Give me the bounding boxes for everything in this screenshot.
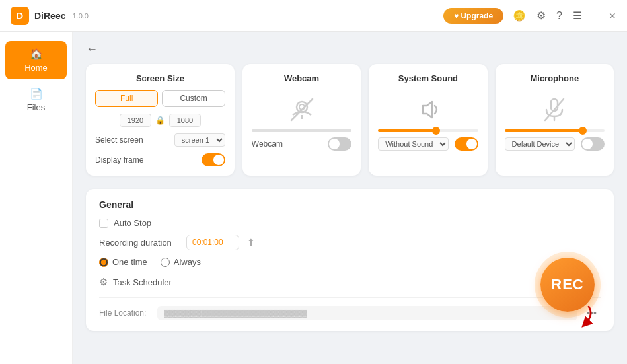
back-button[interactable]: ← (86, 42, 98, 56)
webcam-icon-area (252, 90, 351, 129)
device-select[interactable]: Default Device (505, 137, 575, 151)
sidebar-item-files[interactable]: 📄 Files (5, 81, 67, 119)
app-name: DiReec (34, 11, 65, 21)
webcam-icon (287, 95, 316, 124)
app-version: 1.0.0 (72, 12, 88, 20)
file-location-label: File Location: (99, 309, 152, 318)
webcam-bottom: Webcam (252, 137, 351, 151)
file-location-row: File Location: ▓▓▓▓▓▓▓▓▓▓▓▓▓▓▓▓▓▓▓▓▓▓▓▓▓… (99, 297, 601, 320)
gear-icon: ⚙ (99, 276, 108, 288)
screen-size-card: Screen Size Full Custom 🔒 Select screen … (86, 64, 235, 176)
display-frame-row: Display frame (95, 153, 225, 166)
sound-slider-row (378, 129, 478, 132)
titlebar-actions: ♥ Upgrade 🪙 ⚙ ? ☰ — ✕ (443, 8, 616, 24)
home-icon: 🏠 (30, 48, 43, 60)
system-sound-card: System Sound Without Sound (369, 64, 487, 176)
autostop-checkbox[interactable] (99, 219, 108, 228)
sound-slider[interactable] (378, 129, 478, 132)
titlebar: D DiReec 1.0.0 ♥ Upgrade 🪙 ⚙ ? ☰ — ✕ (0, 0, 627, 32)
mic-slider[interactable] (505, 129, 605, 132)
sound-bottom: Without Sound (378, 137, 478, 151)
sound-icon-area (378, 90, 478, 129)
select-screen-label: Select screen (95, 135, 143, 145)
one-time-label: One time (112, 257, 147, 267)
close-button[interactable]: ✕ (609, 11, 616, 21)
webcam-label: Webcam (252, 139, 283, 149)
display-frame-label: Display frame (95, 155, 143, 164)
task-scheduler-label: Task Scheduler (113, 277, 172, 287)
general-section: General Auto Stop Recording duration ⬆ O… (86, 189, 614, 331)
repeat-row: One time Always (99, 257, 601, 267)
autostop-row: Auto Stop (99, 218, 601, 228)
cards-row: Screen Size Full Custom 🔒 Select screen … (86, 64, 614, 176)
files-icon: 📄 (30, 87, 43, 100)
microphone-icon (540, 95, 569, 124)
help-icon[interactable]: ? (555, 9, 564, 23)
mic-slider-row (505, 129, 605, 132)
microphone-title: Microphone (505, 73, 605, 83)
main-layout: 🏠 Home 📄 Files ← Screen Size Full Custom… (0, 32, 627, 364)
autostop-label: Auto Stop (114, 218, 151, 228)
sidebar-item-home[interactable]: 🏠 Home (5, 41, 67, 79)
general-title: General (99, 200, 601, 210)
menu-icon[interactable]: ☰ (572, 8, 583, 23)
webcam-toggle[interactable] (328, 137, 351, 151)
lock-icon: 🔒 (155, 116, 165, 125)
rec-area: REC (535, 252, 601, 318)
always-radio-group: Always (161, 257, 201, 267)
microphone-card: Microphone Default Devi (496, 64, 614, 176)
settings-circle-icon[interactable]: ⚙ (535, 8, 547, 23)
one-time-radio[interactable] (99, 258, 108, 267)
content-area: ← Screen Size Full Custom 🔒 Select scree… (73, 32, 627, 364)
sidebar-label-home: Home (24, 63, 48, 73)
screen-select[interactable]: screen 1 (174, 133, 225, 147)
display-frame-toggle[interactable] (202, 153, 225, 166)
without-sound-select[interactable]: Without Sound (378, 137, 449, 151)
task-scheduler-row[interactable]: ⚙ Task Scheduler (99, 276, 601, 288)
minimize-button[interactable]: — (591, 11, 601, 21)
one-time-radio-group: One time (99, 257, 147, 267)
always-radio[interactable] (161, 258, 170, 267)
custom-button[interactable]: Custom (162, 90, 225, 107)
app-logo: D DiReec 1.0.0 (11, 7, 89, 25)
arrow-indicator (568, 300, 597, 330)
mic-bottom: Default Device (505, 137, 605, 151)
upgrade-button[interactable]: ♥ Upgrade (443, 8, 503, 24)
width-input[interactable] (120, 114, 151, 127)
app-icon: D (11, 7, 29, 25)
full-button[interactable]: Full (95, 90, 158, 107)
resolution-row: 🔒 (95, 114, 225, 127)
webcam-slider[interactable] (252, 129, 351, 132)
system-sound-toggle[interactable] (455, 137, 478, 151)
system-sound-title: System Sound (378, 73, 478, 83)
size-buttons: Full Custom (95, 90, 225, 107)
webcam-card: Webcam Webcam (242, 64, 361, 176)
sound-icon (414, 95, 443, 124)
select-screen-row: Select screen screen 1 (95, 133, 225, 147)
duration-spinner[interactable]: ⬆ (247, 237, 255, 248)
coin-icon[interactable]: 🪙 (511, 8, 527, 23)
microphone-toggle[interactable] (581, 137, 605, 151)
sidebar-label-files: Files (27, 102, 45, 112)
sidebar: 🏠 Home 📄 Files (0, 32, 73, 364)
duration-row: Recording duration ⬆ (99, 235, 601, 250)
recording-duration-label: Recording duration (99, 238, 178, 248)
mic-icon-area (505, 90, 605, 129)
screen-size-title: Screen Size (95, 73, 225, 83)
height-input[interactable] (169, 114, 201, 127)
always-label: Always (174, 257, 201, 267)
duration-input[interactable] (186, 235, 239, 250)
webcam-title: Webcam (252, 73, 351, 83)
file-path-display: ▓▓▓▓▓▓▓▓▓▓▓▓▓▓▓▓▓▓▓▓▓▓▓▓▓▓▓ (157, 306, 577, 320)
